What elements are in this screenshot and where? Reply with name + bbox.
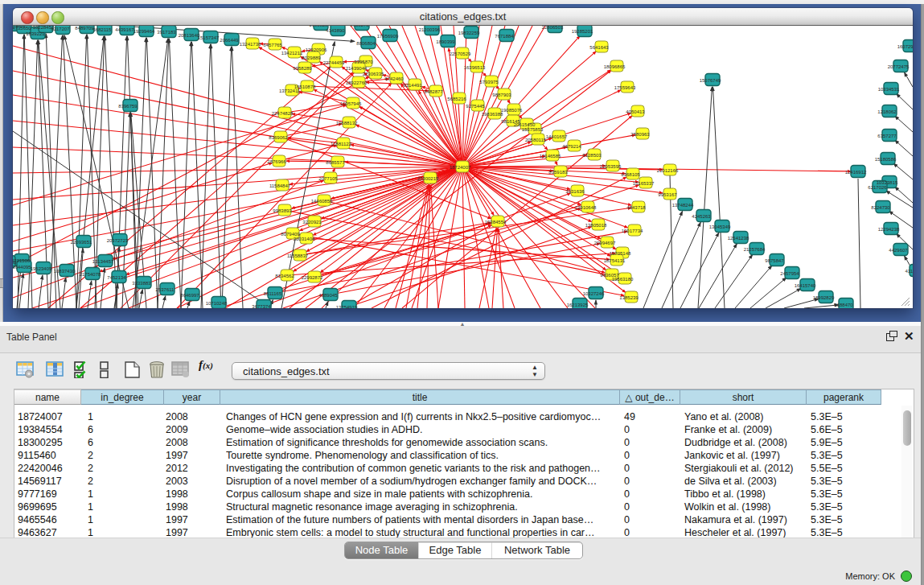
svg-text:8685577: 8685577: [326, 160, 345, 165]
svg-text:5188470: 5188470: [834, 303, 853, 307]
svg-text:4429607: 4429607: [889, 248, 908, 253]
svg-text:5682115: 5682115: [93, 27, 113, 32]
svg-text:13805018: 13805018: [585, 223, 607, 228]
svg-text:13134457: 13134457: [92, 259, 114, 264]
svg-text:8224730: 8224730: [871, 205, 890, 210]
svg-text:18992829: 18992829: [813, 295, 835, 300]
svg-text:18724007: 18724007: [450, 165, 471, 170]
svg-text:20031404: 20031404: [294, 237, 315, 241]
svg-text:4245263: 4245263: [692, 214, 711, 219]
svg-text:16213925: 16213925: [567, 303, 589, 307]
svg-text:17956909: 17956909: [377, 34, 399, 39]
svg-text:12416912: 12416912: [845, 170, 867, 175]
svg-text:8489709: 8489709: [75, 26, 94, 31]
svg-text:5685216: 5685216: [447, 97, 466, 101]
svg-text:9214491: 9214491: [403, 83, 422, 88]
svg-text:4143890: 4143890: [326, 28, 345, 33]
svg-text:6357277: 6357277: [877, 134, 897, 138]
svg-text:3677374: 3677374: [252, 304, 271, 309]
svg-text:16415740: 16415740: [795, 283, 816, 288]
svg-text:8029889: 8029889: [302, 56, 321, 60]
svg-text:14401657: 14401657: [546, 134, 568, 139]
svg-text:8134562: 8134562: [275, 274, 294, 278]
svg-text:11558837: 11558837: [287, 253, 309, 258]
svg-text:20580115: 20580115: [525, 138, 547, 142]
svg-text:6368105: 6368105: [621, 172, 640, 177]
svg-text:19085076: 19085076: [501, 108, 523, 113]
svg-text:15165337: 15165337: [633, 181, 655, 186]
svg-text:6482877: 6482877: [424, 89, 443, 94]
svg-text:13754919: 13754919: [336, 305, 358, 309]
svg-text:10334531: 10334531: [878, 87, 900, 92]
svg-text:2077105: 2077105: [318, 176, 338, 181]
svg-text:12920906: 12920906: [306, 47, 327, 52]
svg-text:22992872: 22992872: [302, 275, 323, 280]
svg-text:6128503: 6128503: [582, 153, 602, 158]
svg-text:9887903: 9887903: [492, 93, 511, 97]
svg-text:17559643: 17559643: [614, 85, 636, 90]
svg-text:8806804: 8806804: [356, 41, 376, 46]
svg-text:21257684: 21257684: [744, 247, 766, 252]
svg-text:8811165: 8811165: [264, 291, 282, 296]
svg-text:7671884: 7671884: [495, 34, 514, 39]
svg-text:5641643: 5641643: [589, 45, 609, 50]
svg-text:22053595: 22053595: [600, 164, 622, 169]
svg-text:10710248: 10710248: [206, 301, 228, 306]
svg-text:4735650: 4735650: [13, 26, 31, 31]
svg-text:1839221: 1839221: [26, 31, 45, 36]
svg-text:19299464: 19299464: [133, 29, 155, 34]
svg-text:8359183: 8359183: [548, 170, 568, 175]
svg-text:19563180: 19563180: [612, 277, 634, 282]
svg-text:11881122: 11881122: [331, 142, 351, 146]
svg-text:10327246: 10327246: [583, 291, 605, 296]
svg-text:25300215: 25300215: [417, 176, 439, 181]
svg-text:3333883: 3333883: [132, 281, 151, 286]
svg-text:9875847: 9875847: [765, 258, 784, 263]
svg-text:19688132: 19688132: [336, 121, 358, 126]
svg-text:1385239: 1385239: [619, 295, 639, 300]
svg-text:9958289: 9958289: [293, 66, 312, 71]
svg-text:4843718: 4843718: [626, 205, 646, 210]
svg-text:10837430: 10837430: [54, 269, 76, 274]
svg-text:13421212: 13421212: [281, 51, 303, 56]
svg-text:22806503: 22806503: [542, 26, 564, 30]
svg-text:21012166: 21012166: [657, 168, 679, 173]
svg-text:19832259: 19832259: [458, 31, 480, 35]
svg-text:5793975: 5793975: [479, 80, 499, 84]
svg-text:16072954: 16072954: [897, 44, 913, 49]
svg-text:8369062: 8369062: [269, 135, 288, 140]
svg-text:13146585: 13146585: [540, 154, 561, 159]
svg-text:8396759: 8396759: [118, 104, 138, 109]
svg-text:18922760: 18922760: [346, 80, 368, 85]
svg-text:13910648: 13910648: [575, 205, 597, 210]
svg-text:22306335: 22306335: [363, 72, 384, 76]
svg-text:4439167: 4439167: [115, 27, 134, 32]
svg-text:12541238: 12541238: [728, 236, 749, 241]
svg-text:21200396: 21200396: [419, 27, 441, 32]
svg-text:22744459: 22744459: [323, 60, 345, 65]
svg-text:1890399: 1890399: [436, 39, 455, 44]
svg-text:3131636: 3131636: [565, 189, 585, 194]
svg-text:11584847: 11584847: [269, 183, 291, 188]
svg-text:6742460: 6742460: [384, 76, 404, 81]
svg-text:13732411: 13732411: [279, 89, 301, 93]
svg-text:8336273: 8336273: [350, 26, 369, 27]
svg-text:4050413: 4050413: [626, 109, 645, 114]
svg-text:20372723: 20372723: [107, 238, 129, 243]
svg-text:9275445: 9275445: [466, 104, 485, 109]
svg-text:21439044: 21439044: [346, 66, 368, 71]
svg-text:3395870: 3395870: [354, 60, 373, 64]
svg-text:2066449: 2066449: [220, 38, 239, 43]
svg-text:10057945: 10057945: [340, 101, 362, 106]
svg-text:16396513: 16396513: [464, 65, 486, 70]
svg-text:6457765: 6457765: [263, 43, 282, 47]
svg-text:3644095: 3644095: [13, 265, 31, 270]
svg-text:12294238: 12294238: [878, 227, 900, 232]
svg-text:8646997: 8646997: [180, 293, 199, 298]
svg-text:15076749: 15076749: [700, 78, 721, 83]
svg-text:13748244: 13748244: [672, 203, 694, 208]
svg-text:22474828: 22474828: [272, 111, 294, 116]
svg-text:13045349: 13045349: [709, 225, 731, 229]
svg-text:22330030: 22330030: [13, 260, 17, 265]
svg-text:4389045: 4389045: [318, 293, 338, 298]
